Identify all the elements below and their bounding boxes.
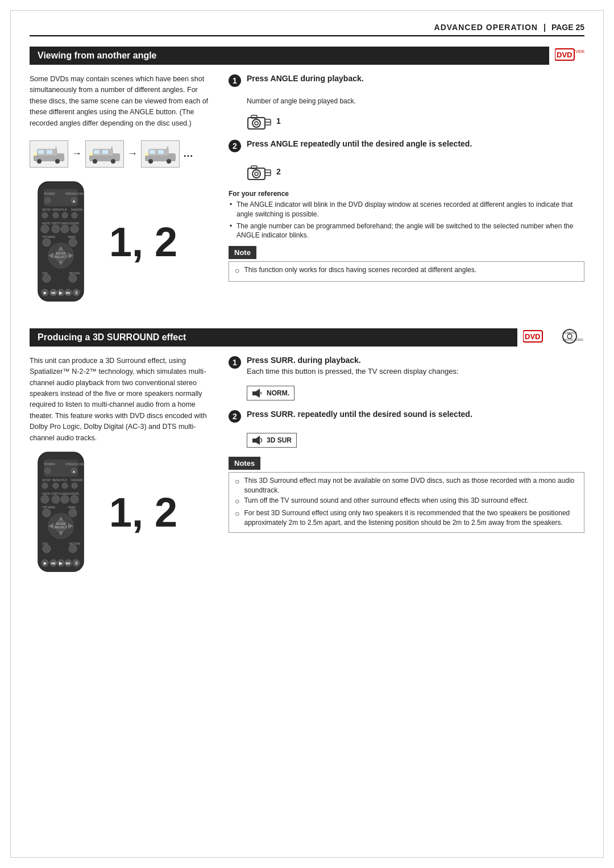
header-page: PAGE 25 bbox=[551, 23, 584, 32]
svg-text:ENTER: ENTER bbox=[56, 522, 66, 525]
note-item-1: ○ This function only works for discs hav… bbox=[235, 265, 578, 277]
surr-step1-sub: Each time this button is pressed, the TV… bbox=[247, 367, 459, 375]
svg-point-98 bbox=[45, 468, 51, 474]
surr-step1-num: 1 bbox=[229, 356, 241, 369]
svg-text:SURR.: SURR. bbox=[72, 222, 80, 225]
section1-step1: 1 Press ANGLE during playback. bbox=[229, 74, 584, 87]
svg-text:⏮: ⏮ bbox=[51, 290, 56, 295]
svg-point-6 bbox=[55, 159, 60, 164]
svg-text:■: ■ bbox=[44, 290, 47, 295]
arrow-1: → bbox=[72, 148, 82, 160]
svg-point-78 bbox=[255, 122, 258, 125]
angle-num-1: 1 bbox=[276, 116, 281, 126]
svg-text:VIDEO: VIDEO bbox=[575, 49, 584, 53]
angle-display-2: 2 bbox=[247, 162, 584, 181]
section2-remote-wrap: POWER OPEN/CLOSE ▲ SETUP REPEAT A-B RAND… bbox=[30, 449, 211, 576]
svg-rect-23 bbox=[150, 150, 155, 154]
svg-text:▶: ▶ bbox=[59, 290, 63, 295]
svg-point-65 bbox=[69, 274, 77, 282]
section1-remote-label: 1, 2 bbox=[109, 222, 177, 262]
svg-point-22 bbox=[167, 159, 171, 164]
dvd-logo: DVD VIDEO bbox=[555, 47, 584, 62]
svg-text:SETUP: SETUP bbox=[42, 208, 51, 211]
section1-remote-wrap: POWER OPEN/CLOSE ▲ SETUP REPEAT A-B RAND… bbox=[30, 179, 211, 306]
section2-title: Producing a 3D SURROUND effect bbox=[30, 328, 517, 347]
svg-rect-16 bbox=[102, 150, 108, 154]
svg-point-64 bbox=[43, 274, 51, 282]
svg-text:REPEAT: REPEAT bbox=[52, 479, 63, 482]
car-sequence: 1 → 2 → bbox=[30, 140, 211, 168]
ref-item-2: The angle number can be programmed befor… bbox=[229, 222, 584, 241]
svg-point-116 bbox=[70, 495, 78, 503]
section1-body: Some DVDs may contain scenes which have … bbox=[30, 74, 211, 129]
norm-display: NORM. bbox=[247, 386, 584, 400]
angle-display-1: 1 bbox=[247, 112, 584, 130]
svg-text:⏮: ⏮ bbox=[51, 561, 56, 566]
svg-rect-17 bbox=[89, 153, 93, 156]
svg-text:OPEN/CLOSE: OPEN/CLOSE bbox=[65, 192, 84, 195]
svg-rect-145 bbox=[252, 439, 256, 443]
cd-logo: COMPACT DIGITAL AUDIO bbox=[555, 328, 584, 344]
svg-text:POWER: POWER bbox=[44, 462, 55, 466]
surr-step1-text: Press SURR. during playback. bbox=[247, 356, 459, 365]
svg-text:SELECT: SELECT bbox=[54, 255, 68, 258]
page-header: ADVANCED OPERATION | PAGE 25 bbox=[30, 23, 584, 36]
section2-remote-label: 1, 2 bbox=[109, 492, 177, 533]
svg-text:COMPACT: COMPACT bbox=[563, 331, 577, 335]
svg-text:RANDOM: RANDOM bbox=[71, 479, 82, 482]
3dsur-speaker: 3D SUR bbox=[247, 433, 297, 448]
section1-note: Note ○ This function only works for disc… bbox=[229, 246, 584, 282]
svg-text:⏭: ⏭ bbox=[66, 561, 70, 566]
note-content: ○ This function only works for discs hav… bbox=[229, 261, 584, 282]
section2-left: This unit can produce a 3D Surround effe… bbox=[30, 356, 211, 576]
notes-content: ○ This 3D Surround effect may not be ava… bbox=[229, 472, 584, 533]
svg-point-5 bbox=[37, 159, 42, 164]
svg-text:AUDIO: AUDIO bbox=[42, 222, 51, 225]
step2-detail: 2 bbox=[247, 162, 584, 181]
notes-label: Notes bbox=[229, 457, 260, 470]
svg-text:ANGLE: ANGLE bbox=[63, 222, 72, 225]
svg-rect-15 bbox=[94, 150, 99, 154]
svg-point-52 bbox=[43, 239, 51, 247]
step2-num: 2 bbox=[229, 140, 241, 152]
step1-detail: Number of angle being played back. 1 bbox=[247, 97, 584, 130]
speaker-norm-icon bbox=[252, 388, 263, 398]
svg-point-132 bbox=[69, 545, 77, 553]
header-title: ADVANCED OPERATION bbox=[434, 23, 538, 32]
svg-text:3: 3 bbox=[167, 146, 169, 149]
surr-step2-text: Press SURR. repeatedly until the desired… bbox=[247, 410, 472, 419]
section2-step1: 1 Press SURR. during playback. Each time… bbox=[229, 356, 584, 375]
header-separator: | bbox=[544, 23, 546, 32]
section2-right: 1 Press SURR. during playback. Each time… bbox=[229, 356, 584, 576]
car-image-1: 1 bbox=[30, 140, 68, 168]
svg-rect-24 bbox=[158, 150, 164, 154]
svg-text:RANDOM: RANDOM bbox=[71, 208, 82, 211]
3dsur-label: 3D SUR bbox=[267, 436, 292, 444]
angle-num-2: 2 bbox=[276, 167, 281, 176]
svg-text:TOP MENU: TOP MENU bbox=[42, 506, 56, 509]
ref-title: For your reference bbox=[229, 190, 584, 198]
svg-text:DVD: DVD bbox=[525, 332, 540, 341]
svg-text:⏭: ⏭ bbox=[66, 290, 70, 295]
3dsur-display: 3D SUR bbox=[247, 433, 584, 448]
svg-rect-79 bbox=[251, 115, 257, 118]
svg-point-131 bbox=[43, 545, 51, 553]
svg-point-13 bbox=[93, 159, 97, 164]
svg-text:OPEN/CLOSE: OPEN/CLOSE bbox=[65, 462, 84, 466]
camera-icon-2 bbox=[247, 162, 272, 181]
section2-remote: POWER OPEN/CLOSE ▲ SETUP REPEAT A-B RAND… bbox=[30, 449, 98, 576]
svg-rect-85 bbox=[251, 166, 257, 169]
section1-title: Viewing from another angle bbox=[30, 47, 549, 65]
notes-item-3: ○ For best 3D Surround effect using only… bbox=[235, 508, 578, 528]
svg-point-113 bbox=[41, 495, 49, 503]
surr-step2-num: 2 bbox=[229, 410, 241, 423]
notes-circle-2: ○ bbox=[235, 496, 239, 507]
svg-text:SELECT: SELECT bbox=[54, 525, 68, 529]
car-image-2: 2 bbox=[85, 140, 124, 168]
svg-point-120 bbox=[69, 509, 77, 517]
svg-point-53 bbox=[69, 239, 77, 247]
svg-text:1: 1 bbox=[55, 146, 57, 149]
svg-point-14 bbox=[111, 159, 115, 164]
svg-point-39 bbox=[53, 212, 59, 218]
section1-reference: For your reference The ANGLE indicator w… bbox=[229, 190, 584, 240]
